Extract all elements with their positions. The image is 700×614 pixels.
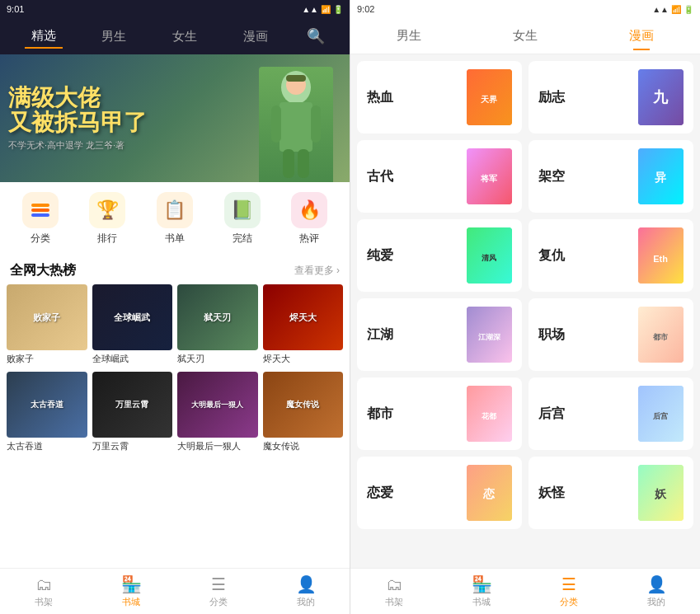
category-jianghu[interactable]: 江湖 江湖深 xyxy=(357,298,522,371)
quick-classify-label: 分类 xyxy=(31,232,50,246)
category-hougong[interactable]: 后宫 后宫 xyxy=(529,377,693,450)
right-nav-nvsheng[interactable]: 女生 xyxy=(500,21,551,50)
category-lizhi-label: 励志 xyxy=(538,89,565,106)
svg-text:将军: 将军 xyxy=(480,174,497,183)
category-dushi[interactable]: 都市 花都 xyxy=(357,377,522,450)
left-bottom-tab: 🗂 书架 🏪 书城 ☰ 分类 👤 我的 xyxy=(0,568,350,614)
category-icon: ☰ xyxy=(211,574,226,594)
category-fuchou[interactable]: 复仇 Eth xyxy=(529,219,693,292)
right-nav-manhua[interactable]: 漫画 xyxy=(616,21,667,50)
right-tab-bookstore[interactable]: 🏪 书城 xyxy=(438,574,525,608)
svg-rect-8 xyxy=(31,204,49,207)
svg-text:妖: 妖 xyxy=(654,487,667,500)
category-grid: 热血 天界 励志 九 古代 xyxy=(357,61,693,529)
right-category-label: 分类 xyxy=(560,596,578,608)
category-dushi-cover: 花都 xyxy=(467,386,512,442)
quick-icon-rank[interactable]: 🏆 排行 xyxy=(89,192,125,246)
category-scroll: 热血 天界 励志 九 古代 xyxy=(350,54,700,568)
right-category-icon: ☰ xyxy=(561,574,576,594)
category-jiakong[interactable]: 架空 异 xyxy=(529,140,693,213)
category-fuchou-label: 复仇 xyxy=(538,247,565,265)
banner-meta: 不学无术·高中退学 龙三爷·著 xyxy=(8,139,147,152)
book-grid-row1: 败家子 败家子 全球崛武 全球崛武 弑天刃 弑天刃 烬天大 烬天大 xyxy=(0,284,350,365)
category-rexue[interactable]: 热血 天界 xyxy=(357,61,522,134)
rank-icon: 🏆 xyxy=(89,192,125,228)
booklist-icon: 📋 xyxy=(157,192,193,228)
book-cover-1: 全球崛武 xyxy=(92,284,173,350)
quick-rank-label: 排行 xyxy=(97,232,117,246)
left-nav-nansheng[interactable]: 男生 xyxy=(95,26,133,48)
category-jiakong-label: 架空 xyxy=(538,168,565,185)
svg-rect-5 xyxy=(298,149,309,178)
hot-section-title: 全网大热榜 xyxy=(10,262,76,279)
quick-icon-finished[interactable]: 📗 完结 xyxy=(224,192,261,246)
book-item-5[interactable]: 万里云霄 万里云霄 xyxy=(92,372,173,452)
category-yaogui-cover: 妖 xyxy=(638,465,684,521)
book-cover-5: 万里云霄 xyxy=(92,372,173,438)
right-nav-nansheng[interactable]: 男生 xyxy=(383,21,435,50)
hotreview-icon: 🔥 xyxy=(291,192,327,228)
book-item-1[interactable]: 全球崛武 全球崛武 xyxy=(92,284,173,365)
book-cover-2: 弑天刃 xyxy=(177,284,258,350)
left-status-bar: 9:01 ▲▲📶🔋 xyxy=(0,0,350,18)
category-lizhi-cover: 九 xyxy=(638,69,684,125)
svg-text:恋: 恋 xyxy=(482,487,496,500)
category-gudai-label: 古代 xyxy=(367,168,393,185)
right-shelf-icon: 🗂 xyxy=(386,575,402,594)
book-cover-7: 魔女传说 xyxy=(263,372,344,438)
svg-text:天界: 天界 xyxy=(480,95,498,104)
banner[interactable]: 满级大佬又被拆马甲了 不学无术·高中退学 龙三爷·著 xyxy=(0,54,350,182)
book-item-7[interactable]: 魔女传说 魔女传说 xyxy=(263,372,344,452)
category-chunai[interactable]: 纯爱 清风 xyxy=(357,219,522,292)
right-status-bar: 9:02 ▲▲📶🔋 xyxy=(350,0,700,18)
quick-icon-hotreview[interactable]: 🔥 热评 xyxy=(291,192,327,246)
search-icon[interactable]: 🔍 xyxy=(307,27,325,45)
left-tab-category[interactable]: ☰ 分类 xyxy=(175,574,262,608)
left-nav-manhua[interactable]: 漫画 xyxy=(237,26,275,48)
svg-text:花都: 花都 xyxy=(481,412,497,420)
mine-label: 我的 xyxy=(297,596,315,608)
right-panel: 9:02 ▲▲📶🔋 男生 女生 漫画 热血 天界 励志 xyxy=(350,0,700,614)
left-tab-bookstore[interactable]: 🏪 书城 xyxy=(87,574,175,608)
category-lizhi[interactable]: 励志 九 xyxy=(529,61,693,134)
banner-text-block: 满级大佬又被拆马甲了 不学无术·高中退学 龙三爷·著 xyxy=(8,85,147,152)
right-bookstore-label: 书城 xyxy=(472,596,491,608)
left-tab-mine[interactable]: 👤 我的 xyxy=(262,574,350,608)
svg-text:后宫: 后宫 xyxy=(652,411,668,420)
category-hougong-label: 后宫 xyxy=(538,405,565,423)
category-rexue-label: 热血 xyxy=(367,89,393,106)
right-tab-category[interactable]: ☰ 分类 xyxy=(525,574,613,608)
quick-finished-label: 完结 xyxy=(233,232,252,246)
right-bottom-tab: 🗂 书架 🏪 书城 ☰ 分类 👤 我的 xyxy=(350,568,700,614)
book-item-3[interactable]: 烬天大 烬天大 xyxy=(263,284,344,365)
book-item-2[interactable]: 弑天刃 弑天刃 xyxy=(177,284,258,365)
quick-icon-booklist[interactable]: 📋 书单 xyxy=(157,192,193,246)
svg-text:清风: 清风 xyxy=(482,254,496,262)
svg-rect-3 xyxy=(311,105,321,143)
category-zhichang[interactable]: 职场 都市 xyxy=(529,298,693,371)
category-lianai[interactable]: 恋爱 恋 xyxy=(357,457,522,529)
book-item-4[interactable]: 太古吞道 太古吞道 xyxy=(7,372,87,452)
left-nav-nvsheng[interactable]: 女生 xyxy=(166,26,204,48)
left-tab-shelf[interactable]: 🗂 书架 xyxy=(0,575,87,608)
book-item-6[interactable]: 大明最后一狠人 大明最后一狠人 xyxy=(177,372,258,452)
right-tab-mine[interactable]: 👤 我的 xyxy=(613,574,700,608)
left-nav-jingxuan[interactable]: 精选 xyxy=(25,25,63,49)
book-cover-3: 烬天大 xyxy=(263,284,344,350)
right-tab-shelf[interactable]: 🗂 书架 xyxy=(350,575,438,608)
svg-text:江湖深: 江湖深 xyxy=(478,333,501,341)
right-time: 9:02 xyxy=(357,4,374,14)
book-name-2: 弑天刃 xyxy=(177,353,258,365)
book-name-4: 太古吞道 xyxy=(7,440,87,452)
hot-section-more[interactable]: 查看更多 › xyxy=(294,264,340,278)
book-cover-0: 败家子 xyxy=(7,284,87,350)
category-rexue-cover: 天界 xyxy=(467,69,512,125)
category-jiakong-cover: 异 xyxy=(638,148,684,204)
category-yaogui-label: 妖怪 xyxy=(538,485,565,502)
quick-icon-classify[interactable]: 分类 xyxy=(22,192,59,246)
book-cover-6: 大明最后一狠人 xyxy=(177,372,258,438)
category-lianai-cover: 恋 xyxy=(467,465,512,521)
book-item-0[interactable]: 败家子 败家子 xyxy=(7,284,87,365)
category-gudai[interactable]: 古代 将军 xyxy=(357,140,522,213)
category-yaogui[interactable]: 妖怪 妖 xyxy=(529,457,693,529)
